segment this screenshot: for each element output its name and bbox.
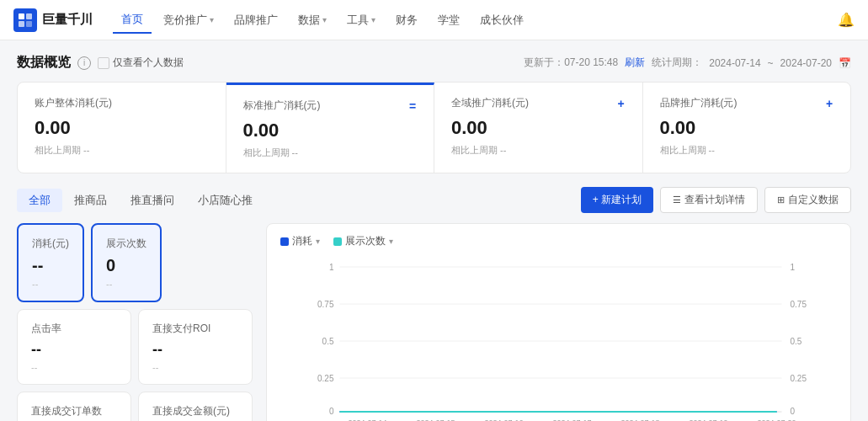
metric-amount-label: 直接成交金额(元) [152,404,238,418]
calendar-icon[interactable]: 📅 [839,57,851,69]
stat-standard-icon: = [405,99,420,114]
page-meta: 更新于：07-20 15:48 刷新 统计周期： 2024-07-14 ~ 20… [524,56,851,70]
filter-tab-product[interactable]: 推商品 [62,189,119,212]
svg-text:0: 0 [791,407,796,416]
nav-item-learn[interactable]: 学堂 [429,8,468,33]
content-area: 消耗(元) -- -- 展示次数 0 -- 点击率 [17,223,851,421]
metrics-row-1: 消耗(元) -- -- 展示次数 0 -- [17,223,253,302]
metrics-row-3: 直接成交订单数 0 -- 直接成交金额(元) 0.00 -- [17,392,253,421]
nav-item-tools[interactable]: 工具 ▾ [338,8,384,33]
svg-text:0.5: 0.5 [322,337,334,346]
logo: 巨量千川 [13,8,93,32]
personal-checkbox[interactable] [98,57,109,69]
period-label: 统计周期： [652,56,702,70]
filter-section: 全部 推商品 推直播问 小店随心推 + 新建计划 ☰ 查看计划详情 ⊞ 自定义数… [17,187,851,213]
svg-text:0: 0 [329,407,334,416]
stat-standard-compare: 相比上周期 -- [243,147,418,159]
svg-text:0.5: 0.5 [791,337,802,346]
stat-brand-value: 0.00 [660,117,834,139]
main-content: 数据概览 i 仅查看个人数据 更新于：07-20 15:48 刷新 统计周期： … [0,40,868,421]
stat-total-compare: 相比上周期 -- [35,144,209,157]
info-icon[interactable]: i [77,56,91,70]
filter-tab-shop[interactable]: 小店随心推 [186,189,264,212]
data-arrow-icon: ▾ [322,15,327,24]
page-title-area: 数据概览 i 仅查看个人数据 [17,54,184,72]
legend-impressions-dot [333,237,342,246]
stat-global-label: 全域推广消耗(元) [451,96,626,110]
stat-card-total: 账户整体消耗(元) 0.00 相比上周期 -- [18,83,226,173]
metric-cost-label: 消耗(元) [32,237,69,251]
chart-area: 消耗 ▾ 展示次数 ▾ 1 0.75 0.5 0.25 0 [266,223,851,421]
legend-cost-arrow: ▾ [316,237,320,246]
bid-arrow-icon: ▾ [210,15,214,24]
view-plan-button[interactable]: ☰ 查看计划详情 [660,187,758,213]
stat-standard-value: 0.00 [243,120,418,141]
metric-card-cost[interactable]: 消耗(元) -- -- [17,223,84,302]
custom-data-button[interactable]: ⊞ 自定义数据 [764,187,851,213]
legend-impressions-arrow: ▾ [389,237,393,246]
nav-item-data[interactable]: 数据 ▾ [290,8,335,33]
svg-text:0.75: 0.75 [791,300,807,309]
metric-card-amount[interactable]: 直接成交金额(元) 0.00 -- [138,392,253,421]
refresh-button[interactable]: 刷新 [625,56,645,70]
metrics-row-2: 点击率 -- -- 直接支付ROI -- -- [17,309,253,385]
metric-ctr-compare: -- [31,362,117,372]
logo-icon [13,8,37,32]
personal-check[interactable]: 仅查看个人数据 [98,56,184,70]
date-start: 2024-07-14 [709,57,760,69]
date-end: 2024-07-20 [780,57,832,69]
svg-text:0.75: 0.75 [317,300,334,309]
svg-rect-2 [19,21,24,27]
stat-brand-label: 品牌推广消耗(元) [660,96,834,110]
stat-total-label: 账户整体消耗(元) [35,96,209,110]
line-chart: 1 0.75 0.5 0.25 0 1 0.75 0.5 0.25 0 [280,258,837,421]
metric-card-roi[interactable]: 直接支付ROI -- -- [138,309,253,385]
notification-icon[interactable]: 🔔 [838,12,855,28]
filter-tabs: 全部 推商品 推直播问 小店随心推 [17,189,264,212]
metric-ctr-value: -- [31,341,117,359]
legend-cost[interactable]: 消耗 ▾ [280,234,320,248]
nav-item-finance[interactable]: 财务 [387,8,426,33]
filter-tab-live[interactable]: 推直播问 [119,189,186,212]
stat-brand-compare: 相比上周期 -- [660,144,834,157]
nav-item-bid[interactable]: 竞价推广 ▾ [155,8,222,33]
stats-row: 账户整体消耗(元) 0.00 相比上周期 -- = 标准推广消耗(元) 0.00… [17,82,851,173]
svg-rect-0 [19,13,24,19]
page-title: 数据概览 [17,54,71,72]
stat-total-value: 0.00 [35,117,209,139]
svg-text:1: 1 [791,263,796,272]
metric-card-ctr[interactable]: 点击率 -- -- [17,309,131,385]
stat-card-standard: = 标准推广消耗(元) 0.00 相比上周期 -- [226,83,435,173]
metric-roi-value: -- [152,341,238,359]
metric-roi-compare: -- [152,362,238,372]
nav-right: 🔔 [838,12,855,28]
filter-tab-all[interactable]: 全部 [17,189,62,212]
nav-items: 首页 竞价推广 ▾ 品牌推广 数据 ▾ 工具 ▾ 财务 学堂 成长伙伴 [113,7,817,34]
nav-item-brand[interactable]: 品牌推广 [226,8,286,33]
stat-global-icon: + [614,96,629,111]
metric-cost-compare: -- [32,279,69,289]
legend-impressions[interactable]: 展示次数 ▾ [333,234,393,248]
stat-standard-label: 标准推广消耗(元) [243,99,418,113]
logo-text: 巨量千川 [42,12,93,28]
chart-legend: 消耗 ▾ 展示次数 ▾ [280,234,837,248]
new-plan-button[interactable]: + 新建计划 [581,187,653,213]
chart-svg-wrap: 1 0.75 0.5 0.25 0 1 0.75 0.5 0.25 0 [280,258,837,421]
stat-global-compare: 相比上周期 -- [451,144,626,157]
nav-item-home[interactable]: 首页 [113,7,152,34]
metric-card-orders[interactable]: 直接成交订单数 0 -- [17,392,131,421]
metric-impressions-value: 0 [106,256,146,275]
page-header: 数据概览 i 仅查看个人数据 更新于：07-20 15:48 刷新 统计周期： … [17,54,851,72]
metric-orders-label: 直接成交订单数 [31,404,117,418]
metric-ctr-label: 点击率 [31,322,117,336]
stat-card-brand: + 品牌推广消耗(元) 0.00 相比上周期 -- [643,83,851,173]
date-separator: ~ [768,57,774,69]
update-time: 更新于：07-20 15:48 [524,56,618,70]
legend-cost-dot [280,237,289,246]
nav-item-growth[interactable]: 成长伙伴 [471,8,532,33]
legend-impressions-label: 展示次数 [345,234,386,248]
stat-card-global: + 全域推广消耗(元) 0.00 相比上周期 -- [434,83,643,173]
stat-brand-icon: + [822,96,837,111]
stat-global-value: 0.00 [451,117,626,139]
metric-card-impressions[interactable]: 展示次数 0 -- [91,223,162,302]
